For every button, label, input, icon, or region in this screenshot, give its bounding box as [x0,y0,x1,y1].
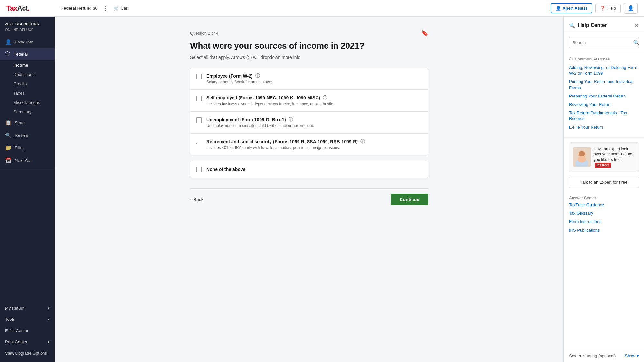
checkbox-w2[interactable] [196,74,202,79]
help-close-button[interactable]: ✕ [634,22,639,29]
talk-expert-button[interactable]: Talk to an Expert for Free [569,177,639,188]
main-layout: 2021 TAX RETURN ONLINE DELUXE 👤 Basic In… [0,17,644,362]
expert-promo: Have an expert look over your taxes befo… [569,142,639,172]
next-year-icon: 📅 [5,157,12,163]
info-icon-w2[interactable]: ⓘ [255,73,260,79]
show-chevron-icon: ▾ [637,353,639,358]
cart-icon: 🛒 [114,6,119,11]
sidebar: 2021 TAX RETURN ONLINE DELUXE 👤 Basic In… [0,17,55,362]
nav-buttons: ‹ Back Continue [190,188,428,205]
help-label: Help [607,6,616,11]
sidebar-year-info: 2021 TAX RETURN ONLINE DELUXE [0,17,55,36]
sidebar-print-center[interactable]: Print Center ▾ [0,336,55,348]
help-search-box: 🔍 [564,33,644,52]
sidebar-sub-miscellaneous[interactable]: Miscellaneous [0,98,55,107]
my-return-label: My Return [5,306,24,311]
checkbox-unemployment[interactable] [196,117,202,123]
option-text-retirement: Retirement and social security (Forms 10… [206,139,422,150]
option-desc-self-employed: Includes business owner, independent con… [206,102,422,106]
sidebar-item-basic-info[interactable]: 👤 Basic Info [0,36,55,48]
option-label-self-employed: Self-employed (Forms 1099-NEC, 1099-K, 1… [206,95,422,101]
sidebar-item-next-year[interactable]: 📅 Next Year [0,154,55,167]
expert-promo-text: Have an expert look over your taxes befo… [594,146,635,168]
next-year-label: Next Year [15,158,33,163]
back-button[interactable]: ‹ Back [190,197,204,202]
common-searches-title: ⏱ Common Searches [569,57,639,61]
continue-button[interactable]: Continue [391,194,428,205]
federal-icon: 🏛 [5,51,10,57]
sidebar-my-return[interactable]: My Return ▾ [0,302,55,314]
help-link-2[interactable]: Preparing Your Federal Return [569,93,639,99]
option-w2[interactable]: Employee (Form W-2) ⓘ Salary or hourly. … [190,68,428,89]
svg-point-2 [579,151,585,157]
review-label: Review [15,133,29,138]
sidebar-item-filing[interactable]: 📁 Filing [0,142,55,154]
option-desc-unemployment: Unemployment compensation paid by the st… [206,124,422,128]
main-content: Question 1 of 4 🔖 What were your sources… [55,17,564,362]
logo-area: TaxAct. [6,4,61,13]
help-search-input[interactable] [569,38,630,47]
help-search-button[interactable]: 🔍 [630,37,639,48]
checkbox-self-employed[interactable] [196,96,202,101]
question-card: Question 1 of 4 🔖 What were your sources… [190,30,428,205]
option-desc-retirement: Includes 401(k), IRA, early withdrawals,… [206,145,422,150]
svg-point-4 [578,156,586,162]
sidebar-item-review[interactable]: 🔍 Review [0,129,55,142]
state-icon: 📋 [5,120,12,126]
option-label-retirement: Retirement and social security (Forms 10… [206,139,422,144]
option-none[interactable]: None of the above [190,161,428,178]
logo-dot: . [28,4,29,12]
screen-sharing-label: Screen sharing (optional) [569,353,616,358]
option-label-w2: Employee (Form W-2) ⓘ [206,73,422,79]
sidebar-sub-credits[interactable]: Credits [0,79,55,88]
sidebar-efile-center[interactable]: E-file Center [0,325,55,336]
year-label: 2021 TAX RETURN [5,22,39,26]
refund-badge: Federal Refund $0 [61,6,98,11]
sidebar-view-upgrade[interactable]: View Upgrade Options [0,348,55,359]
cart-button[interactable]: 🛒 Cart [114,6,129,11]
answer-link-3[interactable]: IRS Publications [569,227,639,233]
option-unemployment[interactable]: Unemployment (Form 1099-G: Box 1) ⓘ Unem… [190,111,428,133]
sidebar-item-federal[interactable]: 🏛 Federal [0,48,55,60]
xpert-assist-button[interactable]: 👤 Xpert Assist [551,3,592,13]
print-center-label: Print Center [5,339,27,344]
sidebar-item-state[interactable]: 📋 State [0,116,55,129]
more-options-icon[interactable]: ⋮ [103,5,109,11]
info-icon-unemployment[interactable]: ⓘ [289,117,293,123]
help-link-3[interactable]: Reviewing Your Return [569,102,639,107]
logo: TaxAct. [6,4,29,13]
xpert-icon: 👤 [556,6,561,11]
question-step-text: Question 1 of 4 [190,31,218,36]
bookmark-icon[interactable]: 🔖 [421,30,428,37]
sidebar-sub-income[interactable]: Income [0,60,55,70]
cart-label: Cart [121,6,129,11]
header-actions: 👤 Xpert Assist ❓ Help 👤 [551,3,638,14]
info-icon-retirement[interactable]: ⓘ [360,139,365,144]
option-self-employed[interactable]: Self-employed (Forms 1099-NEC, 1099-K, 1… [190,89,428,111]
checkbox-none[interactable] [196,167,202,172]
sidebar-tools[interactable]: Tools ▾ [0,314,55,325]
sidebar-sub-taxes[interactable]: Taxes [0,88,55,98]
sidebar-sub-summary[interactable]: Summary [0,107,55,116]
help-link-0[interactable]: Adding, Reviewing, or Deleting Form W-2 … [569,65,639,76]
help-title: 🔍 Help Center [569,23,607,29]
info-icon-self-employed[interactable]: ⓘ [323,95,327,101]
help-link-1[interactable]: Printing Your Return and Individual Form… [569,79,639,90]
option-text-self-employed: Self-employed (Forms 1099-NEC, 1099-K, 1… [206,95,422,106]
help-panel: 🔍 Help Center ✕ 🔍 ⏱ Common Searches Addi… [564,17,644,362]
tools-label: Tools [5,317,15,322]
sidebar-sub-deductions[interactable]: Deductions [0,70,55,79]
print-center-chevron: ▾ [48,340,50,344]
help-button[interactable]: ❓ Help [595,4,621,13]
option-retirement[interactable]: › Retirement and social security (Forms … [190,133,428,155]
answer-link-0[interactable]: TaxTutor Guidance [569,202,639,208]
question-step: Question 1 of 4 🔖 [190,30,428,37]
basic-info-icon: 👤 [5,39,12,45]
user-menu-button[interactable]: 👤 [624,3,638,14]
answer-link-1[interactable]: Tax Glossary [569,210,639,216]
answer-link-2[interactable]: Form Instructions [569,219,639,225]
edition-label: ONLINE DELUXE [5,28,33,32]
help-link-4[interactable]: Tax Return Fundamentals - Tax Records [569,110,639,122]
help-link-5[interactable]: E-File Your Return [569,125,639,130]
screen-sharing-show-button[interactable]: Show ▾ [625,353,639,358]
